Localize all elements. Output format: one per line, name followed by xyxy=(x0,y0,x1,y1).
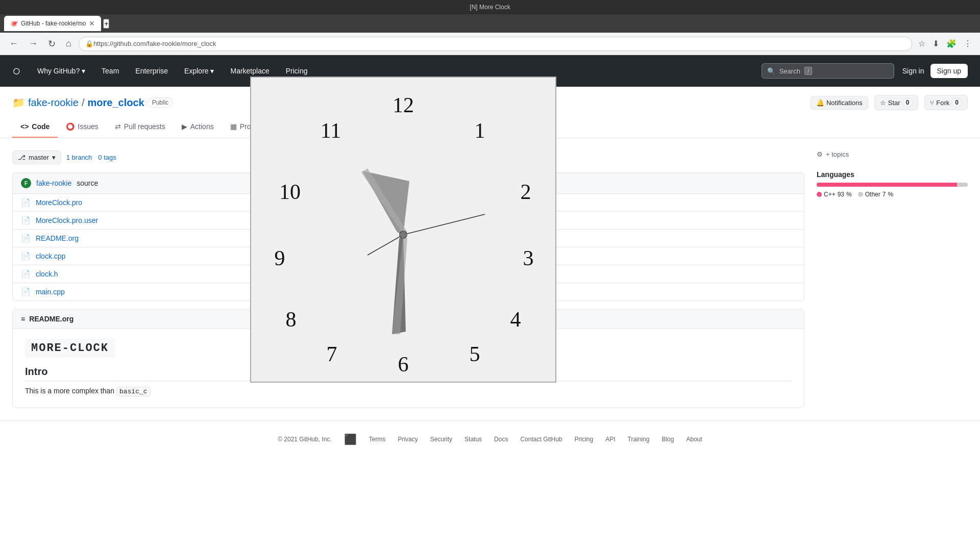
footer-blog[interactable]: Blog xyxy=(662,436,674,443)
footer-privacy[interactable]: Privacy xyxy=(398,436,418,443)
footer-status[interactable]: Status xyxy=(464,436,482,443)
tab-pull-requests[interactable]: ⇄ Pull requests xyxy=(107,116,174,138)
branch-icon: ⎇ xyxy=(18,154,26,161)
branch-meta: 1 branch 0 tags xyxy=(66,154,116,161)
clock-9: 9 xyxy=(275,246,285,270)
download-button[interactable]: ⬇ xyxy=(930,37,941,51)
browser-tab[interactable]: 🐙 GitHub - fake-rookie/mo ✕ xyxy=(4,16,101,31)
star-icon: ☆ xyxy=(880,99,886,107)
address-text: https://github.com/fake-rookie/more_cloc… xyxy=(93,40,216,47)
clock-6: 6 xyxy=(398,353,409,376)
nav-marketplace[interactable]: Marketplace xyxy=(226,65,273,77)
actions-icon: ▶ xyxy=(182,122,187,131)
language-legend: C++ 93% Other 7% xyxy=(817,191,968,198)
browser-toolbar: ← → ↻ ⌂ 🔒 https://github.com/fake-rookie… xyxy=(0,33,980,55)
footer-pricing[interactable]: Pricing xyxy=(575,436,594,443)
search-bar[interactable]: 🔍 Search / xyxy=(762,63,894,79)
titlebar-text: [N] More Clock xyxy=(470,4,510,11)
tab-label: GitHub - fake-rookie/mo xyxy=(21,20,86,27)
languages-title: Languages xyxy=(817,170,968,179)
close-icon[interactable]: ✕ xyxy=(89,19,95,28)
github-logo: ○ xyxy=(12,63,21,79)
language-bar: Languages C++ 93% Other 7% xyxy=(817,170,968,198)
new-tab-button[interactable]: + xyxy=(103,19,109,29)
issues-icon: ⭕ xyxy=(66,122,75,131)
signin-link[interactable]: Sign in xyxy=(902,67,924,75)
tag-count: 0 xyxy=(98,154,102,161)
repo-sidebar: ⚙ + topics Languages C++ 93% Other 7% xyxy=(817,151,968,408)
extensions-button[interactable]: 🧩 xyxy=(944,37,959,51)
footer-training[interactable]: Training xyxy=(628,436,650,443)
nav-pricing[interactable]: Pricing xyxy=(282,65,312,77)
notifications-label: Notifications xyxy=(826,99,863,107)
star-button[interactable]: ☆ Star 0 xyxy=(874,95,919,110)
tab-code[interactable]: <> Code xyxy=(12,116,58,138)
notifications-button[interactable]: 🔔 Notifications xyxy=(811,96,868,110)
tags-label: tags xyxy=(104,154,116,161)
search-icon: 🔍 xyxy=(767,67,775,75)
home-button[interactable]: ⌂ xyxy=(63,36,75,51)
commit-message: source xyxy=(77,179,98,187)
sidebar-about: ⚙ + topics xyxy=(817,151,968,158)
tab-issues-label: Issues xyxy=(78,122,98,131)
fork-label: Fork xyxy=(936,99,949,107)
branches-link[interactable]: 1 branch xyxy=(66,154,92,161)
commit-author[interactable]: fake-rookie xyxy=(36,179,71,187)
cpp-label: C++ xyxy=(824,191,836,198)
menu-button[interactable]: ⋮ xyxy=(962,37,974,51)
other-dot xyxy=(858,192,863,197)
footer-terms[interactable]: Terms xyxy=(369,436,386,443)
tab-actions[interactable]: ▶ Actions xyxy=(174,116,222,138)
search-placeholder: Search xyxy=(779,67,800,75)
tab-pr-label: Pull requests xyxy=(124,122,165,131)
nav-enterprise[interactable]: Enterprise xyxy=(131,65,172,77)
tab-code-label: Code xyxy=(32,122,50,131)
bell-icon: 🔔 xyxy=(816,99,824,107)
footer-docs[interactable]: Docs xyxy=(494,436,508,443)
footer-about[interactable]: About xyxy=(686,436,702,443)
nav-explore[interactable]: Explore ▾ xyxy=(180,65,218,77)
footer-contact[interactable]: Contact GitHub xyxy=(520,436,562,443)
footer-api[interactable]: API xyxy=(605,436,615,443)
visibility-badge: Public xyxy=(148,97,174,108)
clock-11: 11 xyxy=(321,119,341,142)
branch-count: 1 xyxy=(66,154,70,161)
forward-button[interactable]: → xyxy=(26,36,41,51)
file-icon: 📄 xyxy=(21,287,31,296)
file-icon: 📄 xyxy=(21,216,31,225)
cpp-progress xyxy=(817,183,957,187)
footer-copyright: © 2021 GitHub, Inc. xyxy=(278,436,332,443)
owner-link[interactable]: fake-rookie xyxy=(28,97,79,109)
back-button[interactable]: ← xyxy=(6,36,21,51)
repo-name-link[interactable]: more_clock xyxy=(88,97,144,109)
chevron-down-icon: ▾ xyxy=(52,154,56,161)
tab-issues[interactable]: ⭕ Issues xyxy=(58,116,106,138)
nav-why-github[interactable]: Why GitHub? ▾ xyxy=(33,65,89,77)
star-label: Star xyxy=(888,99,900,107)
search-slash: / xyxy=(804,67,812,75)
clock-1: 1 xyxy=(475,119,485,142)
fork-icon: ⑂ xyxy=(930,99,934,107)
tags-link[interactable]: 0 tags xyxy=(98,154,116,161)
nav-team[interactable]: Team xyxy=(97,65,123,77)
other-lang-item: Other 7% xyxy=(858,191,893,198)
repo-actions: 🔔 Notifications ☆ Star 0 ⑂ Fork 0 xyxy=(811,95,968,110)
cpp-lang-item: C++ 93% xyxy=(817,191,852,198)
projects-icon: ▦ xyxy=(230,122,237,131)
signup-button[interactable]: Sign up xyxy=(930,64,968,78)
clock-3: 3 xyxy=(523,246,534,270)
reload-button[interactable]: ↻ xyxy=(45,36,59,52)
branch-selector[interactable]: ⎇ master ▾ xyxy=(12,151,61,164)
github-footer: © 2021 GitHub, Inc. ⬛ Terms Privacy Secu… xyxy=(0,420,980,458)
address-bar[interactable]: 🔒 https://github.com/fake-rookie/more_cl… xyxy=(79,37,912,51)
branch-label: branch xyxy=(72,154,92,161)
clock-12: 12 xyxy=(393,93,414,117)
tab-actions-label: Actions xyxy=(190,122,214,131)
sidebar-topics-link[interactable]: ⚙ + topics xyxy=(817,151,968,158)
bookmark-button[interactable]: ☆ xyxy=(916,37,927,51)
breadcrumb-separator: / xyxy=(82,97,85,109)
footer-security[interactable]: Security xyxy=(430,436,452,443)
clock-overlay: 12 1 2 3 4 5 6 7 8 9 10 11 xyxy=(250,77,556,383)
fork-button[interactable]: ⑂ Fork 0 xyxy=(924,95,968,110)
other-progress xyxy=(957,183,968,187)
